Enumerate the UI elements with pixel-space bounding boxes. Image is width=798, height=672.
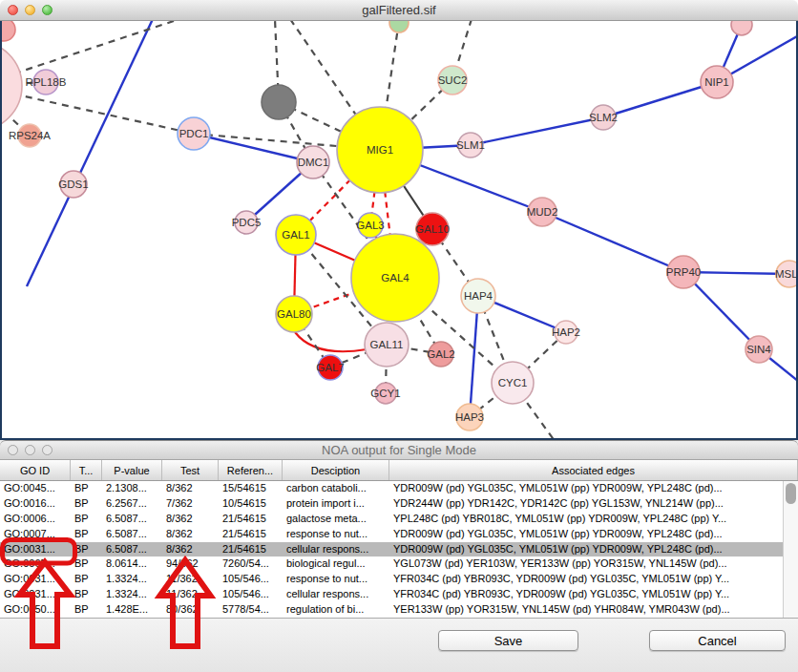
save-button[interactable]: Save [438, 630, 578, 651]
network-canvas[interactable]: RPL18BRPS24AGDS1PDC1DMC1MIG1SUC2SLM1SLM2… [0, 21, 798, 440]
table-cell: 1.3324... [102, 587, 162, 602]
table-cell: 5778/54... [219, 602, 283, 618]
column-header-t[interactable]: T... [71, 460, 102, 480]
table-cell: GO:0050... [0, 602, 71, 618]
table-cell: GO:0065... [0, 556, 71, 572]
table-cell: YER133W (pp) YOR315W, YNL145W (pd) YHR08… [389, 602, 783, 618]
table-cell: 21/54615 [219, 527, 283, 542]
node-label-GAL7: GAL7 [316, 362, 344, 373]
close-button-icon[interactable] [8, 5, 18, 15]
table-header-row: GO IDT...P-valueTestReferen...Desciption… [0, 460, 798, 481]
table-cell: 11/362 [162, 587, 219, 602]
table-cell: GO:0006... [0, 512, 71, 527]
table-cell: biological regul... [283, 556, 389, 572]
table-cell: 80/362 [162, 602, 219, 618]
column-header-associatededges[interactable]: Associated edges [389, 460, 798, 480]
column-header-pvalue[interactable]: P-value [102, 460, 162, 480]
table-cell: 7260/54... [219, 556, 283, 572]
node-unlabeled[interactable] [262, 85, 296, 119]
network-graph: RPL18BRPS24AGDS1PDC1DMC1MIG1SUC2SLM1SLM2… [2, 21, 796, 438]
network-window-titlebar[interactable]: galFiltered.sif [0, 0, 798, 21]
node-label-NIP1: NIP1 [704, 76, 729, 88]
minimize-button-icon[interactable] [25, 5, 35, 15]
node-label-GAL80: GAL80 [277, 308, 311, 320]
table-cell: 6.5087... [102, 542, 162, 557]
node-label-SIN4: SIN4 [746, 344, 771, 355]
scrollbar-thumb[interactable] [786, 483, 796, 504]
network-edge[interactable] [27, 21, 153, 286]
cancel-button[interactable]: Cancel [649, 630, 786, 651]
table-cell: cellular respons... [283, 542, 389, 557]
network-edge[interactable] [542, 212, 683, 272]
table-cell: BP [71, 572, 102, 587]
network-edge[interactable] [471, 117, 603, 145]
table-cell: regulation of bi... [283, 602, 389, 618]
table-cell: galactose meta... [283, 512, 389, 527]
noa-output-window: NOA output for Single Mode GO IDT...P-va… [0, 440, 798, 672]
node-unlabeled[interactable] [731, 21, 752, 35]
table-cell: GO:0031... [0, 542, 71, 557]
table-cell: YGL073W (pd) YER103W, YER133W (pp) YOR31… [389, 556, 783, 572]
table-row[interactable]: GO:0065...BP8.0614...94/3627260/54...bio… [0, 556, 783, 572]
table-cell: 21/54615 [219, 512, 283, 527]
node-label-PDC1: PDC1 [179, 128, 209, 139]
column-header-desciption[interactable]: Desciption [283, 460, 389, 480]
table-cell: 94/362 [162, 556, 219, 572]
node-label-SLM1: SLM1 [456, 139, 485, 151]
table-cell: 21/54615 [219, 542, 283, 557]
table-row[interactable]: GO:0031...BP6.5087...8/36221/54615cellul… [0, 542, 783, 557]
table-cell: 1.3324... [102, 572, 162, 587]
node-label-GCY1: GCY1 [370, 388, 400, 399]
column-header-test[interactable]: Test [162, 460, 219, 480]
column-header-goid[interactable]: GO ID [0, 460, 71, 480]
table-cell: BP [71, 527, 102, 542]
node-label-HAP3: HAP3 [455, 411, 484, 423]
table-cell: BP [71, 556, 102, 572]
table-cell: carbon cataboli... [283, 481, 389, 496]
table-row[interactable]: GO:0050...BP1.428E...80/3625778/54...reg… [0, 602, 783, 618]
node-label-GAL10: GAL10 [415, 223, 450, 235]
minimize-button-icon[interactable] [25, 445, 35, 455]
noa-window-titlebar[interactable]: NOA output for Single Mode [0, 440, 798, 460]
table-cell: 6.5087... [102, 527, 162, 542]
close-button-icon[interactable] [8, 445, 18, 455]
column-header-referen[interactable]: Referen... [219, 460, 283, 480]
node-label-GAL1: GAL1 [282, 229, 309, 241]
table-cell: 1.428E... [102, 602, 162, 618]
network-edge[interactable] [603, 82, 717, 117]
traffic-lights-inactive [0, 441, 52, 459]
table-row[interactable]: GO:0031...BP1.3324...11/362105/546...cel… [0, 587, 783, 602]
table-row[interactable]: GO:0031...BP1.3324...11/362105/546...res… [0, 572, 783, 587]
vertical-scrollbar[interactable] [783, 481, 798, 618]
table-row[interactable]: GO:0006...BP6.5087...8/36221/54615galact… [0, 512, 783, 527]
table-row[interactable]: GO:0007...BP6.5087...8/36221/54615respon… [0, 527, 783, 542]
node-unlabeled[interactable] [2, 21, 15, 41]
noa-footer: Save Cancel [0, 618, 798, 672]
node-label-MUD2: MUD2 [527, 206, 558, 218]
node-label-GAL11: GAL11 [370, 339, 404, 350]
table-cell: 105/546... [219, 587, 283, 602]
network-edge[interactable] [295, 332, 367, 351]
table-cell: YDR009W (pd) YGL035C, YML051W (pp) YDR00… [389, 542, 783, 557]
network-window-title: galFiltered.sif [362, 3, 435, 17]
node-label-HAP4: HAP4 [464, 290, 494, 302]
node-label-HAP2: HAP2 [552, 326, 580, 338]
zoom-button-icon[interactable] [42, 445, 52, 455]
network-edge[interactable] [194, 134, 313, 162]
table-cell: 8/362 [162, 542, 219, 557]
table-cell: YDR244W (pp) YDR142C, YDR142C (pp) YGL15… [389, 496, 783, 512]
table-cell: cellular respons... [283, 587, 389, 602]
table-cell: protein import i... [283, 496, 389, 512]
table-cell: YDR009W (pd) YGL035C, YML051W (pp) YDR00… [389, 481, 783, 496]
table-cell: 10/54615 [219, 496, 283, 512]
table-cell: 8/362 [162, 512, 219, 527]
network-edge[interactable] [470, 296, 478, 417]
node-label-GAL4: GAL4 [381, 272, 410, 284]
table-cell: BP [71, 542, 102, 557]
table-row[interactable]: GO:0045...BP2.1308...8/36215/54615carbon… [0, 481, 783, 496]
node-unlabeled[interactable] [2, 41, 22, 131]
table-row[interactable]: GO:0016...BP6.2567...7/36210/54615protei… [0, 496, 783, 512]
zoom-button-icon[interactable] [42, 5, 52, 15]
node-unlabeled[interactable] [389, 21, 409, 32]
table-cell: 6.5087... [102, 512, 162, 527]
